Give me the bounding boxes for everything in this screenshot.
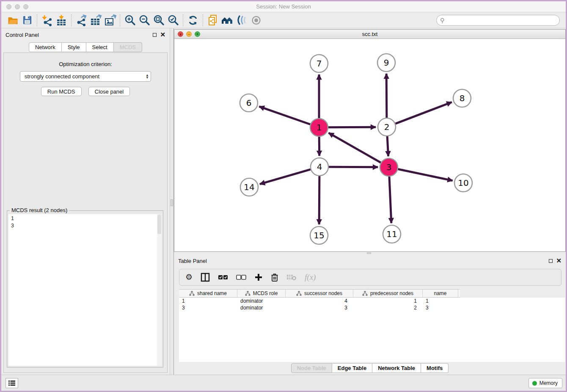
- table-row[interactable]: 3 dominator 3 2 3: [179, 304, 565, 311]
- refresh-button[interactable]: [186, 14, 200, 27]
- tab-node-table[interactable]: Node Table: [291, 363, 332, 373]
- graph-edge-1-6[interactable]: [259, 107, 311, 124]
- column-header-name[interactable]: name: [423, 290, 458, 297]
- mcds-panel: Optimization criterion: strongly connect…: [3, 52, 168, 373]
- float-panel-icon[interactable]: [549, 259, 553, 263]
- add-column-icon[interactable]: [254, 272, 263, 283]
- table-tabs: Node Table Edge Table Network Table Moti…: [174, 363, 566, 373]
- table-panel-header: Table Panel ✕: [174, 254, 566, 267]
- table-toolbar: ⚙ f(x): [179, 269, 561, 286]
- zoom-fit-icon: [153, 14, 165, 26]
- graph-edge-4-15[interactable]: [319, 176, 319, 224]
- column-header-predecessor-nodes[interactable]: predecessor nodes: [353, 290, 423, 297]
- tab-style[interactable]: Style: [62, 42, 86, 52]
- column-header-mcds-role[interactable]: MCDS role: [237, 290, 286, 297]
- graph-edge-2-9[interactable]: [386, 74, 387, 118]
- import-network-button[interactable]: [40, 14, 54, 27]
- table-body: 1 dominator 4 1 1 3 dominator 3 2 3: [179, 298, 565, 362]
- network-from-file-button[interactable]: [206, 14, 220, 27]
- export-network-button[interactable]: [74, 14, 88, 27]
- criterion-select[interactable]: strongly connected component ▲▼: [20, 71, 151, 82]
- memory-button[interactable]: Memory: [528, 378, 562, 388]
- zoom-selected-button[interactable]: [166, 14, 180, 27]
- toolbar-separator: [183, 14, 183, 26]
- open-session-button[interactable]: [6, 14, 20, 27]
- graph-node-label: 14: [244, 182, 254, 192]
- deselect-all-icon[interactable]: [236, 272, 246, 283]
- delete-column-icon[interactable]: [271, 272, 278, 283]
- memory-status-icon: [532, 381, 537, 386]
- tab-network-table[interactable]: Network Table: [372, 363, 421, 373]
- search-input[interactable]: [444, 16, 559, 25]
- toolbar-separator: [71, 14, 72, 26]
- graph-edge-4-14[interactable]: [260, 169, 311, 184]
- splitter-grip[interactable]: [367, 252, 371, 254]
- graph-edge-2-8[interactable]: [396, 102, 452, 124]
- float-panel-icon[interactable]: [153, 33, 157, 37]
- tab-select[interactable]: Select: [86, 42, 114, 52]
- tab-network[interactable]: Network: [29, 42, 62, 52]
- zoom-in-icon: [124, 14, 136, 26]
- result-scrollbar[interactable]: [157, 214, 162, 366]
- main-toolbar: ⚲: [1, 12, 566, 28]
- task-history-button[interactable]: [6, 378, 18, 388]
- tab-motifs[interactable]: Motifs: [421, 363, 449, 373]
- column-header-shared-name[interactable]: shared name: [179, 290, 237, 297]
- list-icon: [8, 380, 15, 386]
- select-all-icon[interactable]: [218, 272, 228, 283]
- function-builder-icon[interactable]: f(x): [305, 272, 316, 283]
- network-window-titlebar: x – + scc.txt: [174, 30, 565, 39]
- network-file-icon: [207, 14, 219, 26]
- table-panel-title: Table Panel: [178, 258, 207, 264]
- style-brush-icon: [236, 15, 247, 26]
- gear-icon[interactable]: ⚙: [185, 272, 193, 283]
- control-panel-header: Control Panel ✕: [1, 28, 170, 41]
- memory-label: Memory: [539, 380, 558, 386]
- eye-button[interactable]: [249, 14, 263, 27]
- export-table-button[interactable]: [88, 14, 103, 27]
- zoom-in-button[interactable]: [123, 14, 137, 27]
- search-icon: ⚲: [440, 17, 444, 24]
- mcds-result-title: MCDS result (2 nodes): [10, 207, 69, 213]
- graph-node-label: 1: [317, 122, 322, 133]
- style-brush-button[interactable]: [234, 14, 249, 27]
- vertical-splitter[interactable]: [170, 28, 174, 375]
- column-header-successor-nodes[interactable]: successor nodes: [286, 290, 353, 297]
- graph-edge-2-3[interactable]: [387, 136, 388, 156]
- graph-edge-4-3[interactable]: [329, 167, 378, 167]
- graph-edge-3-10[interactable]: [398, 169, 453, 181]
- mcds-result-text[interactable]: 1 3: [8, 214, 162, 366]
- home-button[interactable]: [220, 14, 234, 27]
- graph-edge-3-11[interactable]: [389, 177, 391, 223]
- search-field[interactable]: ⚲: [436, 15, 560, 26]
- control-panel-title: Control Panel: [6, 32, 39, 38]
- export-image-button[interactable]: [103, 14, 117, 27]
- close-panel-icon[interactable]: ✕: [556, 259, 561, 263]
- network-canvas[interactable]: 7968124314101511: [174, 39, 565, 251]
- save-session-button[interactable]: [20, 14, 34, 27]
- graph-node-label: 7: [317, 58, 322, 69]
- graph-edge-1-2[interactable]: [328, 127, 376, 127]
- graph-node-label: 8: [460, 93, 465, 103]
- control-panel-tabs: Network Style Select MCDS: [1, 42, 170, 52]
- column-type-icon: [245, 291, 250, 296]
- column-type-icon: [362, 291, 368, 296]
- tab-mcds[interactable]: MCDS: [114, 42, 142, 52]
- tab-edge-table[interactable]: Edge Table: [332, 363, 372, 373]
- open-folder-icon: [7, 15, 19, 26]
- import-table-button[interactable]: [54, 14, 69, 27]
- run-mcds-button[interactable]: Run MCDS: [41, 87, 82, 96]
- close-panel-button[interactable]: Close panel: [88, 87, 130, 96]
- graph-edge-3-1[interactable]: [329, 133, 381, 163]
- network-view-window: x – + scc.txt 7968124314101511: [174, 29, 566, 252]
- splitter-grip[interactable]: [171, 199, 173, 206]
- delete-table-icon[interactable]: [286, 272, 297, 283]
- table-row[interactable]: 1 dominator 4 1 1: [179, 298, 565, 304]
- application-window: Session: New Session: [0, 0, 567, 392]
- zoom-fit-button[interactable]: [151, 14, 166, 27]
- zoom-out-button[interactable]: [137, 14, 151, 27]
- close-panel-icon[interactable]: ✕: [160, 33, 165, 37]
- columns-icon[interactable]: [201, 272, 210, 283]
- zoom-out-icon: [139, 14, 150, 26]
- titlebar: Session: New Session: [1, 1, 566, 12]
